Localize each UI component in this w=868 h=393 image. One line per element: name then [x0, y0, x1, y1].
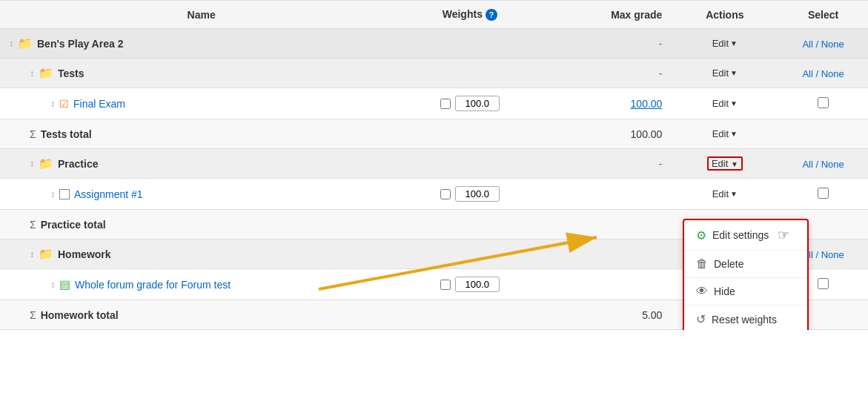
checkbox-icon	[59, 189, 70, 199]
table-row-practice: ↕📁Practice-Edit ▼All / None	[0, 149, 868, 179]
edit-button-bens-play-area[interactable]: Edit ▼	[708, 36, 742, 50]
maxgrade-cell-tests: -	[537, 59, 671, 88]
weight-cell-forum-grade	[402, 269, 537, 300]
cursor-icon: ☞	[778, 227, 789, 243]
eye-icon: 👁	[696, 285, 708, 298]
dropdown-edit-settings[interactable]: ⚙ Edit settings ☞	[684, 220, 807, 250]
folder-icon: 📁	[39, 247, 53, 261]
header-weights: Weights ?	[402, 1, 537, 29]
dropdown-hide[interactable]: 👁 Hide	[684, 278, 807, 305]
edit-button-final-exam[interactable]: Edit ▼	[708, 96, 742, 110]
drag-handle[interactable]: ↕	[30, 249, 34, 260]
dropdown-delete[interactable]: 🗑 Delete	[684, 251, 807, 277]
maxgrade-dash: -	[659, 158, 663, 170]
maxgrade-cell-assignment1	[537, 179, 671, 210]
maxgrade-dash: -	[659, 67, 663, 79]
sigma-icon: Σ	[30, 219, 36, 231]
maxgrade-cell-practice: -	[537, 149, 671, 179]
maxgrade-cell-forum-grade	[537, 269, 671, 300]
drag-handle[interactable]: ↕	[50, 99, 55, 109]
maxgrade-value: 100.00	[631, 128, 663, 140]
header-actions: Actions	[671, 1, 778, 29]
name-cell-practice: ↕📁Practice	[0, 149, 402, 179]
actions-cell-tests: Edit ▼	[671, 59, 778, 88]
header-select: Select	[778, 1, 868, 29]
actions-cell-practice: Edit ▼	[671, 149, 778, 179]
name-cell-homework-total: ΣHomework total	[0, 300, 402, 330]
select-cell-tests-total	[778, 119, 868, 149]
select-checkbox-forum-grade[interactable]	[818, 278, 829, 289]
weight-cell-homework-total	[402, 300, 537, 330]
weight-cell-assignment1	[402, 179, 537, 210]
caret-icon: ▼	[730, 190, 738, 198]
gear-icon: ⚙	[696, 228, 706, 242]
select-checkbox-assignment1[interactable]	[818, 188, 829, 199]
select-cell-practice: All / None	[778, 149, 868, 179]
header-name: Name	[0, 1, 402, 29]
maxgrade-cell-bens-play-area: -	[537, 29, 671, 59]
category-name: Practice	[58, 158, 98, 170]
weight-checkbox-final-exam[interactable]	[440, 99, 451, 109]
select-checkbox-final-exam[interactable]	[818, 97, 829, 108]
all-none-link-tests[interactable]: All / None	[802, 68, 844, 79]
name-cell-tests: ↕📁Tests	[0, 59, 402, 88]
all-none-link-bens-play-area[interactable]: All / None	[802, 39, 844, 50]
name-cell-forum-grade: ↕▤Whole forum grade for Forum test	[0, 269, 402, 300]
item-name-link[interactable]: Assignment #1	[74, 188, 143, 200]
select-cell-tests: All / None	[778, 59, 868, 88]
drag-handle[interactable]: ↕	[9, 39, 13, 49]
weight-cell-final-exam	[402, 88, 537, 119]
select-cell-final-exam	[778, 88, 868, 119]
total-name: Homework total	[41, 309, 119, 321]
table-row-final-exam: ↕☑Final Exam 100.00Edit ▼	[0, 88, 868, 119]
weight-checkbox-assignment1[interactable]	[440, 189, 451, 199]
dropdown-reset-weights[interactable]: ↺ Reset weights	[684, 306, 807, 330]
edit-button-assignment1[interactable]: Edit ▼	[708, 187, 742, 201]
caret-icon: ▼	[730, 69, 738, 77]
actions-cell-final-exam: Edit ▼	[671, 88, 778, 119]
drag-handle[interactable]: ↕	[30, 159, 34, 169]
assignment-icon: ☑	[59, 98, 69, 110]
maxgrade-link[interactable]: 100.00	[631, 98, 663, 110]
maxgrade-cell-homework-total: 5.00	[537, 300, 671, 330]
weight-checkbox-forum-grade[interactable]	[440, 280, 451, 290]
edit-dropdown: ⚙ Edit settings ☞ 🗑 Delete 👁 Hide ↺ Rese…	[683, 219, 809, 330]
table-header-row: Name Weights ? Max grade Actions Select	[0, 1, 868, 29]
name-cell-bens-play-area: ↕📁Ben's Play Area 2	[0, 29, 402, 59]
item-name-link[interactable]: Whole forum grade for Forum test	[75, 279, 231, 291]
weight-cell-practice-total	[402, 210, 537, 240]
edit-button-tests[interactable]: Edit ▼	[708, 66, 742, 80]
maxgrade-dash: -	[659, 38, 663, 50]
edit-button-tests-total[interactable]: Edit ▼	[708, 127, 742, 141]
maxgrade-cell-homework	[537, 240, 671, 269]
maxgrade-cell-tests-total: 100.00	[537, 119, 671, 149]
maxgrade-cell-final-exam: 100.00	[537, 88, 671, 119]
drag-handle[interactable]: ↕	[50, 189, 55, 199]
actions-cell-assignment1: Edit ▼	[671, 179, 778, 210]
edit-button-practice[interactable]: Edit ▼	[707, 156, 743, 171]
weight-cell-homework	[402, 240, 537, 269]
dropdown-delete-label: Delete	[714, 258, 743, 270]
weight-input-assignment1[interactable]	[455, 186, 500, 202]
folder-icon: 📁	[39, 66, 53, 80]
actions-cell-bens-play-area: Edit ▼	[671, 29, 778, 59]
weight-input-final-exam[interactable]	[455, 96, 500, 111]
category-name: Tests	[58, 67, 85, 79]
name-cell-homework: ↕📁Homework	[0, 240, 402, 269]
forum-icon: ▤	[59, 277, 70, 291]
trash-icon: 🗑	[696, 257, 708, 271]
weights-help-icon[interactable]: ?	[486, 9, 497, 21]
all-none-link-practice[interactable]: All / None	[802, 159, 844, 170]
table-row-assignment1: ↕Assignment #1 Edit ▼	[0, 179, 868, 210]
weight-input-forum-grade[interactable]	[455, 277, 500, 292]
caret-icon: ▼	[730, 39, 738, 47]
sigma-icon: Σ	[30, 309, 36, 321]
dropdown-reset-weights-label: Reset weights	[712, 314, 777, 326]
weight-cell-bens-play-area	[402, 29, 537, 59]
reset-icon: ↺	[696, 312, 706, 326]
item-name-link[interactable]: Final Exam	[73, 98, 125, 110]
drag-handle[interactable]: ↕	[30, 68, 34, 79]
drag-handle[interactable]: ↕	[50, 280, 55, 290]
total-name: Tests total	[41, 128, 92, 140]
folder-icon: 📁	[39, 156, 53, 171]
